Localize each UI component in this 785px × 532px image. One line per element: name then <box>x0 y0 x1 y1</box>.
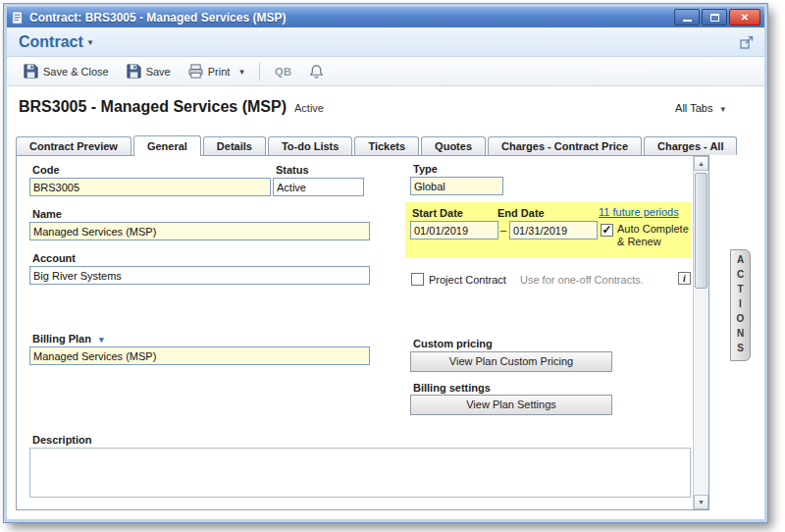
scroll-thumb[interactable] <box>695 173 707 289</box>
bell-icon <box>309 64 324 79</box>
save-close-button[interactable]: Save & Close <box>17 60 116 82</box>
tab-general[interactable]: General <box>133 135 201 156</box>
all-tabs-button[interactable]: All Tabs ▾ <box>675 102 725 114</box>
view-plan-settings-button[interactable]: View Plan Settings <box>410 395 612 415</box>
contract-status-text: Active <box>294 102 324 114</box>
quickbooks-button[interactable]: QB <box>268 62 299 81</box>
module-title-caret-icon: ▾ <box>88 37 93 47</box>
auto-complete-renew-label: Auto Complete & Renew <box>617 223 696 248</box>
all-tabs-label: All Tabs <box>675 102 712 114</box>
tab-strip: Contract Preview General Details To-do L… <box>16 134 739 155</box>
tab-details[interactable]: Details <box>203 136 266 155</box>
scroll-down-icon: ▼ <box>698 499 705 505</box>
app-icon <box>11 11 25 25</box>
billing-plan-label: Billing Plan ▾ <box>32 333 104 345</box>
actions-panel-label: ACTIONS <box>735 254 746 357</box>
auto-complete-renew-checkbox[interactable]: ✓ <box>601 224 613 237</box>
checkmark-icon: ✓ <box>602 225 611 235</box>
titlebar: Contract: BRS3005 - Managed Services (MS… <box>7 7 764 27</box>
tab-contract-preview[interactable]: Contract Preview <box>16 136 131 155</box>
tab-quotes[interactable]: Quotes <box>421 136 486 155</box>
status-label: Status <box>276 164 309 176</box>
tab-tickets[interactable]: Tickets <box>354 136 419 155</box>
close-button[interactable]: ✕ <box>729 9 760 26</box>
type-label: Type <box>413 163 438 175</box>
name-input[interactable] <box>29 222 370 240</box>
minimize-icon <box>683 20 692 22</box>
notifications-button[interactable] <box>302 60 331 82</box>
billing-plan-caret-icon[interactable]: ▾ <box>99 335 104 345</box>
print-button[interactable]: Print ▾ <box>182 60 251 82</box>
module-title[interactable]: Contract <box>19 33 83 51</box>
scroll-up-button[interactable]: ▲ <box>694 156 708 171</box>
vertical-scrollbar: ▲ ▼ <box>693 156 708 509</box>
window-title: Contract: BRS3005 - Managed Services (MS… <box>29 11 674 25</box>
print-caret-icon: ▾ <box>239 67 244 77</box>
maximize-button[interactable] <box>702 9 727 26</box>
billing-plan-input[interactable] <box>29 346 370 365</box>
billing-settings-label: Billing settings <box>413 382 491 394</box>
toolbar-separator <box>259 63 260 80</box>
account-input[interactable] <box>29 266 370 285</box>
printer-icon <box>188 64 203 79</box>
scroll-down-button[interactable]: ▼ <box>694 495 708 509</box>
actions-panel-tab[interactable]: ACTIONS <box>730 249 751 361</box>
start-date-label: Start Date <box>412 207 463 219</box>
popout-icon[interactable] <box>739 34 755 50</box>
code-input[interactable] <box>29 178 271 196</box>
name-label: Name <box>32 208 62 220</box>
print-label: Print <box>208 66 231 78</box>
end-date-input[interactable] <box>509 221 598 239</box>
tab-charges-contract-price[interactable]: Charges - Contract Price <box>488 136 642 155</box>
tab-todo-lists[interactable]: To-do Lists <box>268 136 352 155</box>
view-plan-custom-pricing-button[interactable]: View Plan Custom Pricing <box>410 351 612 372</box>
tab-charges-all[interactable]: Charges - All <box>644 136 737 155</box>
scroll-up-icon: ▲ <box>698 160 705 167</box>
module-header: Contract ▾ <box>7 27 764 57</box>
future-periods-link[interactable]: 11 future periods <box>599 206 679 218</box>
close-icon: ✕ <box>741 12 749 23</box>
custom-pricing-label: Custom pricing <box>413 338 493 349</box>
start-date-input[interactable] <box>410 221 498 239</box>
description-textarea[interactable] <box>29 448 691 498</box>
chevron-down-icon: ▾ <box>720 104 725 114</box>
type-input[interactable] <box>410 177 503 195</box>
project-contract-checkbox[interactable] <box>411 273 424 286</box>
account-label: Account <box>32 252 76 264</box>
floppy-disk-icon <box>127 64 141 79</box>
description-label: Description <box>32 434 92 446</box>
floppy-disk-icon <box>24 64 38 79</box>
info-icon[interactable]: i <box>678 272 691 285</box>
page-header: BRS3005 - Managed Services (MSP) Active … <box>19 98 725 116</box>
end-date-label: End Date <box>497 207 545 219</box>
project-contract-hint: Use for one-off Contracts. <box>520 274 644 286</box>
project-contract-label: Project Contract <box>429 274 506 287</box>
toolbar: Save & Close Save Print ▾ QB <box>7 57 764 86</box>
save-button[interactable]: Save <box>120 60 178 82</box>
app-window: Contract: BRS3005 - Managed Services (MS… <box>4 4 767 522</box>
page-title: BRS3005 - Managed Services (MSP) <box>19 98 287 116</box>
billing-plan-label-text: Billing Plan <box>32 333 91 345</box>
save-close-label: Save & Close <box>43 66 109 78</box>
date-separator: – <box>500 224 506 236</box>
maximize-icon <box>710 14 719 22</box>
status-input[interactable] <box>273 178 364 196</box>
content-area: BRS3005 - Managed Services (MSP) Active … <box>7 86 764 519</box>
code-label: Code <box>32 164 60 176</box>
minimize-button[interactable] <box>674 9 700 26</box>
tab-panel-general: Code Status Type Name Start Date End Dat… <box>16 155 709 510</box>
save-label: Save <box>146 66 171 78</box>
